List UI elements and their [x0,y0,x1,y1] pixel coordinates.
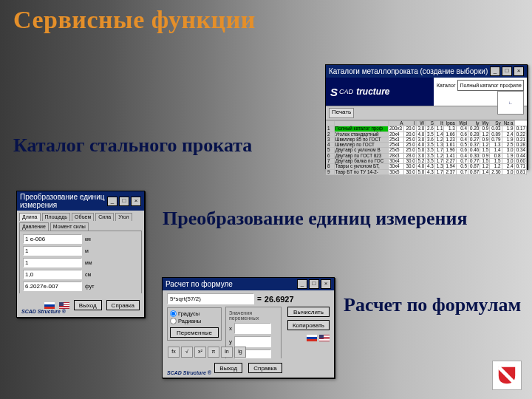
maximize-button[interactable]: □ [119,197,129,206]
maximize-button[interactable]: □ [309,279,319,289]
func-button[interactable]: lg [234,347,246,358]
unit-label: км [85,236,91,242]
close-button[interactable]: × [131,197,141,206]
print-button[interactable]: Печать [329,108,354,118]
table-row[interactable]: 1Полный каталог проф200x320.03.02.61.11.… [327,126,527,132]
catalog-titlebar[interactable]: Каталоги металлопроката (создание выборк… [326,65,527,78]
maximize-button[interactable]: □ [502,66,512,76]
unit-row: см [23,270,138,279]
table-row[interactable]: 10Двутавр Ш и К по32x532.05.04.61.72.560… [327,174,527,175]
function-buttons: fx√x²πlnlg [168,347,246,358]
tab-6[interactable]: Момент силы [50,222,89,231]
close-button[interactable]: × [514,66,524,76]
unit-value-input[interactable] [23,270,82,279]
close-button[interactable]: × [321,279,331,289]
unit-label: см [85,272,91,277]
exit-button[interactable]: Выход [74,300,102,310]
catalog-window: Каталоги металлопроката (создание выборк… [325,64,528,169]
help-button[interactable]: Справка [106,300,140,310]
var-x-row: x [229,323,278,334]
flag-us-icon[interactable] [59,302,69,309]
unit-label: м [85,248,89,253]
var-y-input[interactable] [234,336,271,347]
tab-0[interactable]: Длина [19,213,41,221]
formula-title: Расчет по формуле [166,280,233,288]
degrees-radio[interactable]: Градусы [170,310,219,317]
unit-value-input[interactable] [23,234,82,244]
radians-radio[interactable]: Радианы [170,318,219,324]
unit-row: мм [23,258,138,267]
tab-3[interactable]: Сила [95,213,114,221]
units-window: Преобразование единиц измерения _ □ × Дл… [16,191,145,318]
units-brand: SCAD Structure ® [21,309,66,314]
catalog-select-label: Каталог [437,83,455,88]
slide-title: Сервисные функции [13,6,256,34]
unit-row: м [23,246,138,256]
tab-1[interactable]: Площадь [42,213,70,221]
unit-row: фут [23,282,138,291]
flag-ru-icon[interactable] [44,302,55,309]
units-titlebar[interactable]: Преобразование единиц измерения _ □ × [17,191,144,211]
corner-logo-icon [492,361,522,390]
variables-group-title: Значения переменных [229,310,278,321]
func-button[interactable]: π [208,347,219,358]
result-value: 26.6927 [265,295,294,304]
formula-titlebar[interactable]: Расчет по формуле _ □ × [163,278,334,290]
unit-value-input[interactable] [23,282,82,291]
copy-button[interactable]: Копировать [287,320,330,330]
flag-us-icon[interactable] [319,335,330,341]
func-button[interactable]: x² [194,347,206,358]
unit-row: км [23,234,138,244]
exit-button[interactable]: Выход [214,363,242,373]
expression-input[interactable] [167,293,254,304]
minimize-button[interactable]: _ [490,66,500,76]
profile-diagram-icon: ∟ [497,91,524,115]
func-button[interactable]: ln [221,347,233,358]
tab-2[interactable]: Объем [72,213,94,221]
unit-label: фут [85,284,94,289]
equals-label: = [257,295,262,303]
formula-brand: SCAD Structure ® [167,370,211,375]
var-x-input[interactable] [234,323,271,334]
units-tabs: ДлинаПлощадьОбъемСилаУголДавлениеМомент … [17,211,144,231]
units-title: Преобразование единиц измерения [20,193,107,209]
help-button[interactable]: Справка [248,363,282,373]
catalog-select[interactable] [457,80,524,91]
formula-heading: Расчет по формулам [344,294,521,316]
catalog-title: Каталоги металлопроката (создание выборк… [329,67,488,75]
var-y-row: y [229,336,278,347]
units-heading: Преобразование единиц измерения [163,208,467,230]
unit-value-input[interactable] [23,258,82,267]
minimize-button[interactable]: _ [107,197,117,206]
tab-4[interactable]: Угол [115,213,132,221]
func-button[interactable]: fx [168,347,180,358]
catalog-grid[interactable]: AIWSItIpeaWplIyWySyNz a1Полный каталог п… [326,120,527,175]
catalog-heading: Каталог стального проката [13,134,252,157]
flag-ru-icon[interactable] [307,335,317,341]
unit-label: мм [85,260,92,265]
unit-value-input[interactable] [23,246,82,256]
variables-button[interactable]: Переменные [170,327,219,338]
catalog-logo: SCAD tructure [326,78,434,106]
tab-5[interactable]: Давление [19,222,49,231]
calculate-button[interactable]: Вычислить [287,307,330,317]
angle-mode-group: Градусы Радианы Переменные [167,307,222,341]
func-button[interactable]: √ [181,347,193,358]
formula-window: Расчет по формуле _ □ × = 26.6927 Градус… [162,277,335,378]
minimize-button[interactable]: _ [297,279,307,289]
